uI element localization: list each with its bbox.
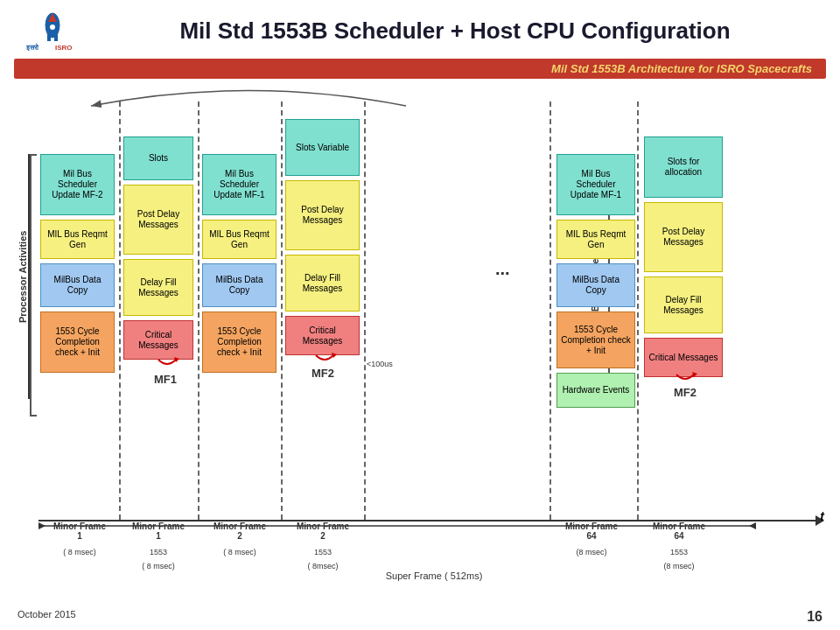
mf64-mil-bus-scheduler: Mil Bus Scheduler Update MF-1 bbox=[556, 154, 635, 215]
diagram-area: Processor Activities 1553 Bus Activities… bbox=[14, 84, 826, 583]
svg-marker-13 bbox=[38, 522, 46, 529]
mf1-post-delay: Post Delay Messages bbox=[123, 185, 193, 255]
red-arrow-mf2-right bbox=[672, 370, 698, 392]
mf2-delay-fill: Delay Fill Messages bbox=[285, 255, 360, 312]
mf1-critical-messages: Critical Messages bbox=[123, 320, 193, 360]
mf1-mil-bus-reqmt: MIL Bus Reqmt Gen bbox=[40, 220, 115, 259]
svg-marker-14 bbox=[749, 522, 756, 529]
subtitle-banner: Mil Std 1553B Architecture for ISRO Spac… bbox=[14, 59, 826, 79]
red-arrow-mf1 bbox=[154, 355, 180, 377]
vline-col4 bbox=[364, 102, 366, 520]
frame-sublabel-5: (8 msec) bbox=[552, 548, 631, 556]
red-arrow-mf2-left bbox=[312, 351, 338, 373]
frame-sublabel-3: ( 8 msec) bbox=[200, 548, 279, 556]
frame-sublabel2-4: ( 8msec) bbox=[284, 562, 362, 570]
curved-arrow-svg bbox=[38, 84, 476, 128]
frame-sublabel2-2: ( 8 msec) bbox=[122, 562, 194, 570]
frame-sublabel-4: 1553 bbox=[284, 548, 362, 556]
mf1-slots: Slots bbox=[123, 136, 193, 180]
super-frame-label: Super Frame ( 512ms) bbox=[364, 570, 504, 581]
mf2-post-delay: Post Delay Messages bbox=[285, 180, 360, 250]
vline-2 bbox=[198, 102, 200, 520]
mf64-slots-allocation: Slots for allocation bbox=[644, 136, 723, 198]
mf2-mil-bus-scheduler: Mil Bus Scheduler Update MF-1 bbox=[202, 154, 276, 215]
vline-1 bbox=[119, 102, 121, 520]
dots-label: ... bbox=[495, 259, 510, 279]
mf1-milbus-data-copy: MilBus Data Copy bbox=[40, 263, 115, 307]
mf2-critical-messages: Critical Messages bbox=[285, 316, 360, 355]
mf2-milbus-data-copy: MilBus Data Copy bbox=[202, 263, 276, 307]
mf2-mil-bus-reqmt: MIL Bus Reqmt Gen bbox=[202, 220, 276, 259]
vline-5 bbox=[637, 102, 639, 520]
frame-sublabel-1: ( 8 msec) bbox=[40, 548, 119, 556]
super-frame-arrow bbox=[38, 522, 756, 535]
footer-date: October 2015 bbox=[18, 609, 76, 625]
svg-rect-3 bbox=[47, 34, 51, 41]
frame-sublabel-2: 1553 bbox=[122, 548, 194, 556]
frame-sublabel-6: 1553 bbox=[640, 548, 718, 556]
vline-3 bbox=[281, 102, 283, 520]
header: इसरो ISRO Mil Std 1553B Scheduler + Host… bbox=[0, 0, 840, 59]
title-area: Mil Std 1553B Scheduler + Host CPU Confi… bbox=[88, 18, 822, 45]
processor-brace bbox=[30, 154, 37, 416]
page-number: 16 bbox=[807, 609, 822, 625]
mf1-cycle-completion: 1553 Cycle Completion check + Init bbox=[40, 312, 115, 373]
svg-point-5 bbox=[50, 24, 55, 30]
less-100us-label: <100us bbox=[367, 360, 393, 368]
logo: इसरो ISRO bbox=[18, 7, 88, 55]
main-title: Mil Std 1553B Scheduler + Host CPU Confi… bbox=[88, 18, 822, 45]
t-label: t bbox=[820, 509, 824, 523]
mf64-post-delay: Post Delay Messages bbox=[644, 202, 723, 272]
mf64-cycle-completion: 1553 Cycle Completion check + Init bbox=[556, 312, 635, 368]
vline-4 bbox=[550, 102, 551, 520]
footer: October 2015 16 bbox=[18, 609, 822, 625]
mf1-mil-bus-scheduler: Mil Bus Scheduler Update MF-2 bbox=[40, 154, 115, 215]
svg-text:ISRO: ISRO bbox=[55, 44, 73, 52]
svg-rect-4 bbox=[54, 34, 58, 41]
mf1-delay-fill: Delay Fill Messages bbox=[123, 259, 193, 316]
mf64-hardware-events: Hardware Events bbox=[556, 373, 635, 408]
frame-sublabel2-6: (8 msec) bbox=[640, 562, 718, 570]
processor-activities-label: Processor Activities bbox=[18, 154, 30, 399]
mf64-milbus-data-copy: MilBus Data Copy bbox=[556, 263, 635, 307]
mf2-cycle-completion: 1553 Cycle Completion check + Init bbox=[202, 312, 276, 373]
mf64-mil-bus-reqmt: MIL Bus Reqmt Gen bbox=[556, 220, 635, 259]
mf64-delay-fill: Delay Fill Messages bbox=[644, 276, 723, 333]
mf2-slots-variable: Slots Variable bbox=[285, 119, 360, 176]
svg-text:इसरो: इसरो bbox=[25, 43, 39, 52]
